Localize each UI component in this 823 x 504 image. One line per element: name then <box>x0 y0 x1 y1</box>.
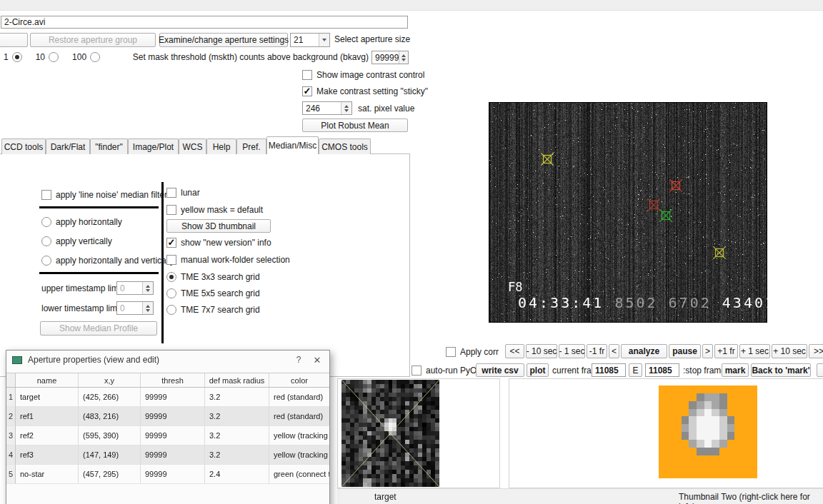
sat-pixel-label: sat. pixel value <box>358 104 414 114</box>
tab-wcs[interactable]: WCS <box>179 138 206 154</box>
close-icon[interactable]: ✕ <box>311 355 324 366</box>
aperture-marker-icon[interactable] <box>541 153 554 166</box>
divider <box>161 182 164 343</box>
show-3d-thumbnail-button[interactable]: Show 3D thumbnail <box>166 219 271 233</box>
yellow-mask-default-checkbox[interactable] <box>166 205 176 215</box>
tab-median-misc[interactable]: Median/Misc <box>266 136 319 154</box>
dialog-title-bar[interactable]: Aperture properties (view and edit) ? ✕ <box>6 351 329 369</box>
current-frame-input[interactable]: 11085 <box>592 363 626 377</box>
show-median-profile-button[interactable]: Show Median Profile <box>40 321 157 336</box>
fwd-1-frame-button[interactable]: +1 fr <box>714 344 738 358</box>
col-header-thresh[interactable]: thresh <box>141 373 205 387</box>
tab-image-plot[interactable]: Image/Plot <box>128 138 179 154</box>
sat-pixel-spinbox[interactable]: 246 <box>302 101 352 115</box>
line-noise-filter-checkbox[interactable] <box>41 190 51 200</box>
fwd-1-sec-button[interactable]: + 1 sec <box>739 344 770 358</box>
col-header-radius[interactable]: def mask radius <box>205 373 269 387</box>
tab-pref[interactable]: Pref. <box>236 138 266 154</box>
tab-cmos-tools[interactable]: CMOS tools <box>319 138 371 154</box>
spinner-arrows-icon[interactable] <box>142 302 153 314</box>
restore-aperture-group-button[interactable]: Restore aperture group <box>30 33 156 47</box>
back-10-sec-button[interactable]: - 10 sec <box>526 344 557 358</box>
thumbnail-caption-strip: target Thumbnail Two (right-click here f… <box>337 488 823 504</box>
table-row[interactable]: 4 ref3 (147, 149) 99999 3.2 yellow (trac… <box>6 445 329 465</box>
apply-both-radio[interactable] <box>41 256 51 266</box>
divider <box>39 272 159 274</box>
back-1-sec-button[interactable]: - 1 sec <box>559 344 585 358</box>
step-10-radio[interactable] <box>49 52 59 62</box>
thumbnail-two-canvas[interactable] <box>659 385 757 478</box>
step-100-radio[interactable] <box>90 52 100 62</box>
e-button[interactable]: E <box>629 363 642 377</box>
play-forward-button[interactable]: > <box>702 344 713 358</box>
write-csv-button[interactable]: write csv <box>476 363 524 377</box>
aperture-marker-icon[interactable] <box>659 209 672 222</box>
tab-ccd-tools[interactable]: CCD tools <box>1 138 46 154</box>
plot-button[interactable]: plot <box>527 363 549 377</box>
cutoff-left-button[interactable] <box>0 33 28 47</box>
step-10-label: 10 <box>36 52 45 62</box>
new-version-info-checkbox[interactable] <box>166 238 176 248</box>
table-row[interactable]: 3 ref2 (595, 390) 99999 3.2 yellow (trac… <box>6 426 329 445</box>
examine-aperture-settings-button[interactable]: Examine/change aperture settings <box>159 33 288 47</box>
tab-dark-flat[interactable]: Dark/Flat <box>46 138 90 154</box>
tab-help[interactable]: Help <box>206 138 236 154</box>
tme-3x3-radio[interactable] <box>166 272 176 282</box>
apply-corr-checkbox[interactable] <box>446 347 456 357</box>
table-row[interactable]: 1 target (425, 266) 99999 3.2 red (stand… <box>6 388 329 407</box>
aperture-marker-icon[interactable] <box>713 246 726 259</box>
apply-vertically-radio[interactable] <box>41 236 51 246</box>
play-backward-button[interactable]: < <box>609 344 619 358</box>
table-row[interactable]: 5 no-star (457, 295) 99999 2.4 green (co… <box>6 465 329 484</box>
window-top-strip <box>0 0 823 11</box>
spinner-arrows-icon[interactable] <box>341 102 351 114</box>
aperture-marker-layer <box>489 103 767 322</box>
lunar-checkbox[interactable] <box>166 188 176 198</box>
aperture-marker-icon[interactable] <box>647 198 660 211</box>
jump-start-button[interactable]: << <box>505 344 524 358</box>
aperture-size-label: Select aperture size <box>334 34 410 44</box>
auto-run-pyote-checkbox[interactable] <box>412 366 422 376</box>
pause-button[interactable]: pause <box>669 344 701 358</box>
tab-bar: CCD tools Dark/Flat "finder" Image/Plot … <box>0 137 409 154</box>
table-row[interactable]: 2 ref1 (483, 216) 99999 3.2 red (standar… <box>6 407 329 426</box>
help-button[interactable]: ? <box>292 355 305 365</box>
mask-threshold-spinbox[interactable]: 99999 <box>371 51 409 64</box>
window-icon <box>12 356 22 364</box>
jump-end-button[interactable]: >> <box>809 344 823 358</box>
col-header-color[interactable]: color <box>269 373 329 387</box>
col-header-xy[interactable]: x,y <box>79 373 141 387</box>
filename-input[interactable]: 2-Circe.avi <box>1 16 408 29</box>
plot-robust-mean-button[interactable]: Plot Robust Mean <box>302 119 408 132</box>
aperture-properties-dialog[interactable]: Aperture properties (view and edit) ? ✕ … <box>6 350 330 504</box>
mark-button[interactable]: mark <box>722 363 749 377</box>
upper-timestamp-spinbox[interactable]: 0 <box>116 281 154 295</box>
analyze-button[interactable]: analyze <box>621 344 667 358</box>
cutoff-right-button[interactable] <box>817 363 823 377</box>
col-header-name[interactable]: name <box>16 373 79 387</box>
show-contrast-checkbox[interactable] <box>302 70 312 80</box>
thumbnail-two-caption: Thumbnail Two (right-click here for info… <box>679 492 823 504</box>
tme-5x5-radio[interactable] <box>166 288 176 298</box>
tme-7x7-radio[interactable] <box>166 305 176 315</box>
target-thumbnail[interactable] <box>341 380 439 487</box>
lower-timestamp-spinbox[interactable]: 0 <box>116 301 154 315</box>
back-1-frame-button[interactable]: -1 fr <box>587 344 607 358</box>
aperture-size-combobox[interactable]: 21 <box>290 33 330 47</box>
tab-finder[interactable]: "finder" <box>90 138 128 154</box>
fwd-10-sec-button[interactable]: + 10 sec <box>772 344 807 358</box>
combobox-arrow-icon[interactable] <box>319 34 329 46</box>
stop-frame-label: :stop frame <box>683 366 726 376</box>
apply-horizontally-radio[interactable] <box>41 217 51 227</box>
spinner-arrows-icon[interactable] <box>399 51 408 64</box>
stop-frame-input[interactable]: 11085 <box>645 363 679 377</box>
upper-timestamp-label: upper timestamp limit <box>41 283 123 293</box>
video-frame-view[interactable]: F8 04:33:41 8502 6702 43401 <box>489 102 767 323</box>
step-1-radio[interactable] <box>12 52 22 62</box>
back-to-mark-button[interactable]: Back to 'mark' <box>751 363 811 377</box>
contrast-sticky-checkbox[interactable] <box>302 86 312 96</box>
dialog-title: Aperture properties (view and edit) <box>28 355 286 365</box>
manual-work-folder-checkbox[interactable] <box>166 255 176 265</box>
aperture-marker-icon[interactable] <box>669 179 682 192</box>
spinner-arrows-icon[interactable] <box>142 282 153 294</box>
